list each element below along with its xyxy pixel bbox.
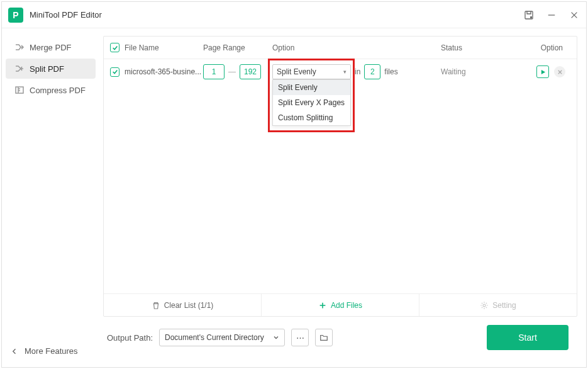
dropdown-item-custom[interactable]: Custom Splitting	[273, 110, 350, 125]
row-actions	[523, 65, 570, 78]
col-option2-label: Option	[523, 43, 570, 52]
compress-icon	[14, 85, 25, 95]
sidebar-item-label: Compress PDF	[30, 86, 86, 95]
more-features-label: More Features	[25, 346, 78, 356]
add-files-button[interactable]: Add Files	[262, 294, 419, 316]
minimize-icon[interactable]	[546, 9, 557, 21]
titlebar: P MiniTool PDF Editor	[2, 2, 586, 28]
gear-icon	[480, 301, 489, 310]
more-options-button[interactable]: ⋯	[291, 329, 309, 346]
bottom-bar: Output Path: Document's Current Director…	[103, 317, 577, 358]
left-column: Merge PDF Split PDF Compress PDF	[2, 28, 99, 367]
app-title: MiniTool PDF Editor	[30, 10, 523, 20]
chevron-left-icon	[11, 348, 18, 355]
trash-icon	[152, 301, 160, 310]
col-status-label: Status	[441, 43, 523, 52]
svg-rect-5	[16, 87, 23, 93]
sidebar-item-split[interactable]: Split PDF	[6, 59, 96, 79]
page-to-input[interactable]	[240, 64, 261, 79]
body: Merge PDF Split PDF Compress PDF	[2, 28, 586, 367]
app-window: P MiniTool PDF Editor Merge PDF	[1, 1, 587, 368]
sidebar-item-merge[interactable]: Merge PDF	[6, 37, 96, 57]
plus-icon	[318, 301, 327, 310]
option-cell: Split Evenly ▾ Split Evenly Split Every …	[272, 64, 441, 79]
table-footer: Clear List (1/1) Add Files Setting	[104, 293, 577, 316]
output-path-select[interactable]: Document's Current Directory	[159, 329, 285, 346]
merge-icon	[14, 42, 25, 52]
chevron-down-icon	[273, 334, 279, 341]
files-count-input[interactable]	[364, 64, 380, 79]
files-text: files	[384, 67, 397, 76]
status-cell: Waiting	[441, 67, 523, 76]
setting-label: Setting	[492, 301, 516, 310]
save-icon[interactable]	[523, 9, 535, 21]
col-range-label: Page Range	[203, 43, 272, 52]
col-option-label: Option	[272, 43, 441, 52]
svg-point-10	[483, 304, 485, 307]
split-mode-dropdown: Split Evenly Split Every X Pages Custom …	[272, 79, 351, 126]
file-name-cell: microsoft-365-busine...	[110, 67, 203, 77]
table-row: microsoft-365-busine... — Split Evenly ▾	[104, 59, 577, 84]
ellipsis-icon: ⋯	[296, 333, 304, 343]
table-header-row: File Name Page Range Option Status Optio…	[104, 37, 577, 59]
file-name-text: microsoft-365-busine...	[125, 67, 201, 76]
more-features-button[interactable]: More Features	[11, 346, 91, 356]
select-wrapper: Split Evenly ▾ Split Evenly Split Every …	[272, 64, 351, 79]
run-button[interactable]	[536, 65, 549, 78]
start-button[interactable]: Start	[487, 325, 569, 350]
setting-button[interactable]: Setting	[419, 294, 577, 316]
range-dash: —	[228, 67, 236, 76]
output-path-label: Output Path:	[107, 333, 153, 343]
app-logo-icon: P	[8, 8, 23, 23]
chevron-down-icon: ▾	[343, 69, 347, 75]
row-checkbox[interactable]	[110, 67, 119, 77]
sidebar: Merge PDF Split PDF Compress PDF	[2, 28, 99, 109]
sidebar-item-label: Merge PDF	[30, 43, 71, 52]
sidebar-item-label: Split PDF	[30, 64, 64, 74]
sidebar-item-compress[interactable]: Compress PDF	[6, 80, 96, 100]
folder-icon	[319, 333, 328, 342]
window-controls	[523, 9, 580, 21]
file-table: File Name Page Range Option Status Optio…	[103, 36, 577, 317]
col-filename-label: File Name	[125, 43, 159, 52]
sidebar-footer: More Features	[2, 346, 99, 367]
select-value: Split Evenly	[277, 67, 316, 76]
svg-point-1	[531, 16, 532, 18]
dropdown-item-evenly[interactable]: Split Evenly	[273, 80, 350, 95]
split-icon	[14, 64, 25, 74]
close-icon[interactable]	[569, 9, 580, 21]
main-panel: File Name Page Range Option Status Optio…	[99, 28, 586, 367]
in-text: in	[355, 67, 360, 76]
split-mode-select[interactable]: Split Evenly ▾	[272, 64, 351, 79]
remove-button[interactable]	[554, 66, 565, 77]
clear-list-button[interactable]: Clear List (1/1)	[104, 294, 262, 316]
clear-list-label: Clear List (1/1)	[164, 301, 214, 310]
select-all-checkbox[interactable]	[110, 43, 119, 52]
page-from-input[interactable]	[203, 64, 225, 79]
page-range-cell: —	[203, 64, 272, 79]
dropdown-item-everyx[interactable]: Split Every X Pages	[273, 95, 350, 110]
browse-folder-button[interactable]	[315, 329, 333, 346]
add-files-label: Add Files	[331, 301, 362, 310]
output-path-value: Document's Current Directory	[165, 333, 264, 342]
col-filename: File Name	[110, 43, 203, 52]
